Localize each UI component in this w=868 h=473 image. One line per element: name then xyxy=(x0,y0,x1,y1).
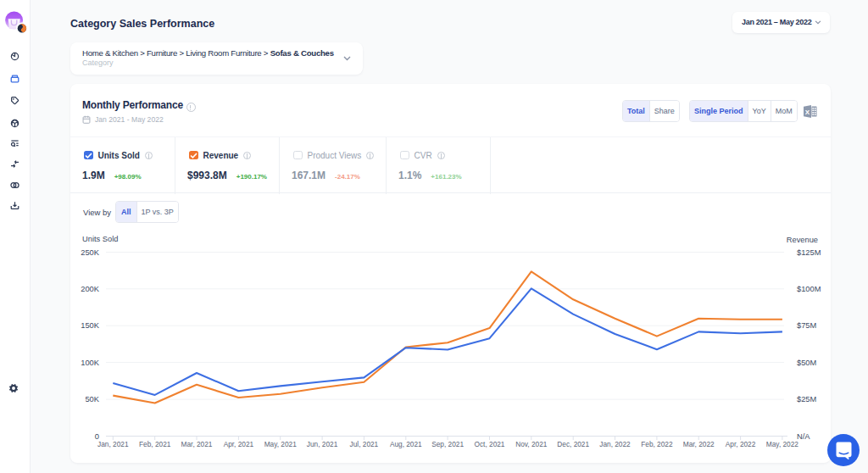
svg-text:X: X xyxy=(805,109,810,116)
